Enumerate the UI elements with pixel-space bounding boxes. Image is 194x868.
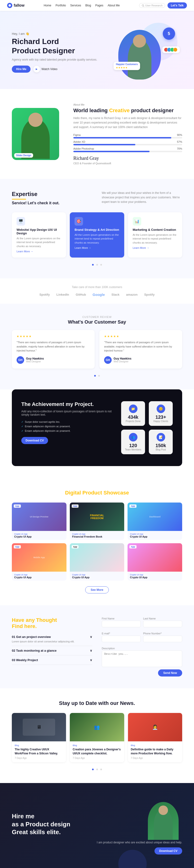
watch-video-button[interactable]: ▶ Watch Video xyxy=(33,66,57,72)
phone-input[interactable] xyxy=(143,636,182,642)
search-box[interactable]: User Research xyxy=(139,3,165,8)
desc-textarea[interactable] xyxy=(102,650,182,667)
nav-logo[interactable]: fallow xyxy=(7,3,24,8)
t-dot-2[interactable] xyxy=(98,375,100,377)
dot-1[interactable] xyxy=(92,264,94,266)
download-cv-button[interactable]: Download CV xyxy=(21,437,48,444)
portfolio-item-4[interactable]: App Mobile App Crypto UI App Crypto UI A… xyxy=(12,543,66,581)
portfolio-info-2: Crypto UI App Financial Freedom Book xyxy=(70,531,124,540)
chevron-icon-3: ∨ xyxy=(90,658,92,662)
chevron-icon-2: ∨ xyxy=(90,649,92,652)
hire-portrait xyxy=(144,797,182,840)
fname-input[interactable] xyxy=(102,621,141,627)
news-card-2[interactable]: 👥 Blog Creation para Jóvenes a Designer'… xyxy=(70,713,124,763)
news-date-1: 7 Days Ago xyxy=(15,757,63,760)
portfolio-tag-6: App xyxy=(129,545,136,549)
learn-more-1[interactable]: Learn More → xyxy=(17,250,61,253)
hire-desc: I am product designer who are excited ab… xyxy=(97,841,182,844)
nav-links: Home Portfolio Services Blog Pages About… xyxy=(44,4,120,7)
news-card-3[interactable]: 👩‍💼 Blog Definitive guide to make a Dail… xyxy=(128,713,182,763)
news-body-2: Blog Creation para Jóvenes a Designer's … xyxy=(70,741,124,763)
expertise-subtitle: Service! Let's check it out. xyxy=(12,201,92,205)
testimonial-text-2: "There are many variations of passages o… xyxy=(104,340,177,353)
card-title-3: Marketing & Content Creation xyxy=(133,228,177,231)
portfolio-grid: App UI Design Preview Crypto UI App Cryp… xyxy=(12,502,182,581)
portfolio-img-2: App FINANCIALFREEDOM xyxy=(70,502,124,531)
fname-group: First Name xyxy=(102,617,141,627)
skill-xd-bar xyxy=(73,144,135,145)
nav-services[interactable]: Services xyxy=(70,4,81,7)
accordion-item-3[interactable]: 03 Weekly Project ∨ xyxy=(12,655,92,665)
play-icon: ▶ xyxy=(33,66,40,72)
learn-more-3[interactable]: Learn More → xyxy=(133,246,177,249)
ach-list: Surpe dolor sucrant agritis leo. Eniam a… xyxy=(21,420,112,433)
hire-me-banner-button[interactable]: Download CV xyxy=(155,847,182,855)
testimonials-title: What's Our Customer Say xyxy=(12,319,182,325)
stars-1: ★★★★★ xyxy=(17,335,90,338)
about-title-end: product designer xyxy=(130,107,174,113)
lname-input[interactable] xyxy=(143,621,182,627)
stat-projects: 📁 434k Projects Done xyxy=(121,401,145,426)
portfolio-tag-1: App xyxy=(14,504,21,508)
hero-section: Hey, I am 👋 Richard Lord Product Designe… xyxy=(0,11,194,89)
hire-me-button[interactable]: Hire Me xyxy=(12,66,31,73)
achievement-bg: The Achievement my Project. Add any micr… xyxy=(12,390,182,466)
author-name-2: Guy Hawkins xyxy=(114,357,131,360)
news-card-1[interactable]: 🖥 Blog The highly Creative UI/UX WorkFlo… xyxy=(12,713,66,763)
accordion-item-2[interactable]: 02 Task monitoring at a glance ∨ xyxy=(12,646,92,655)
clients-logos: Spotify LinkedIn GitHub Google Slack ama… xyxy=(12,292,182,297)
hire-title: Hire meas a Product designGreat skills e… xyxy=(12,812,70,836)
dot-2[interactable] xyxy=(96,264,98,266)
nav-home[interactable]: Home xyxy=(44,4,51,7)
n-dot-1[interactable] xyxy=(92,769,94,770)
email-input[interactable] xyxy=(102,636,141,642)
portfolio-item-2[interactable]: App FINANCIALFREEDOM Crypto UI App Finan… xyxy=(70,502,124,540)
navbar-cta-button[interactable]: Let's Talk xyxy=(167,2,187,8)
stat-blog: 📝 150k Blog Post xyxy=(149,430,173,454)
learn-more-2[interactable]: Learn More → xyxy=(74,246,119,249)
nav-portfolio[interactable]: Portfolio xyxy=(56,4,66,7)
portfolio-img-4: App Mobile App xyxy=(12,543,66,571)
stat-clients: 😊 123+ Happy Clients xyxy=(149,401,173,426)
see-more-button[interactable]: See More xyxy=(85,586,108,593)
portfolio-name-4: Crypto UI App xyxy=(14,576,64,579)
skill-ps: Adobe Photoshop70% xyxy=(73,147,182,152)
rating-badge: 5 xyxy=(163,27,175,40)
stat-label-team: Team Members xyxy=(125,448,141,451)
portfolio-cat-3: Crypto UI App xyxy=(130,533,180,535)
portfolio-item-6[interactable]: App Crypto UI App Crypto UI App xyxy=(128,543,182,581)
nav-blog[interactable]: Blog xyxy=(86,4,91,7)
expertise-title: Expertise xyxy=(12,191,92,199)
dot-3[interactable] xyxy=(100,264,102,266)
news-date-2: 7 Days Ago xyxy=(73,757,121,760)
hire-left: Hire meas a Product designGreat skills e… xyxy=(12,812,70,840)
news-cat-1: Blog xyxy=(15,744,63,747)
news-body-3: Blog Definitive guide to make a Daily mo… xyxy=(128,741,182,763)
achievement-left: The Achievement my Project. Add any micr… xyxy=(21,401,112,444)
portfolio-item-3[interactable]: App Dashboard Crypto UI App Crypto UI Ap… xyxy=(128,502,182,540)
card-icon-2: 🎯 xyxy=(74,217,83,225)
email-label: E-mail* xyxy=(102,632,141,635)
skill-ps-pct: 70% xyxy=(177,147,182,150)
send-button[interactable]: Send Now xyxy=(158,670,182,677)
expertise-dots xyxy=(12,262,182,267)
accordion-body-1: Lorem ipsum dolor sit amet consectetur a… xyxy=(12,640,92,643)
clients-section: Take care of more than 100K customers Sp… xyxy=(0,278,194,304)
n-dot-2[interactable] xyxy=(96,769,98,770)
portfolio-img-6: App xyxy=(128,543,182,571)
expertise-underline xyxy=(12,199,26,199)
client-amazon: amazon xyxy=(126,293,137,297)
portfolio-name-2: Financial Freedom Book xyxy=(72,535,122,538)
nav-pages[interactable]: Pages xyxy=(95,4,103,7)
portfolio-item-1[interactable]: App UI Design Preview Crypto UI App Cryp… xyxy=(12,502,66,540)
news-date-3: 7 Days Ago xyxy=(131,757,179,760)
accordion-item-1[interactable]: 01 Get an project overview ∨ Lorem ipsum… xyxy=(12,632,92,646)
hero-visual: 5 Happier Customers ★ ★ ★ ★ ★ xyxy=(116,23,182,82)
t-dot-1[interactable] xyxy=(94,375,96,377)
about-tag: About Me xyxy=(73,103,182,106)
nav-about[interactable]: About Me xyxy=(108,4,120,7)
hero-greeting: Hey, I am 👋 xyxy=(12,32,97,35)
skill-xd: Adobe XD57% xyxy=(73,141,182,145)
n-dot-3[interactable] xyxy=(100,769,102,770)
portfolio-item-5[interactable]: App Crypto UI App Crypto UI App xyxy=(70,543,124,581)
